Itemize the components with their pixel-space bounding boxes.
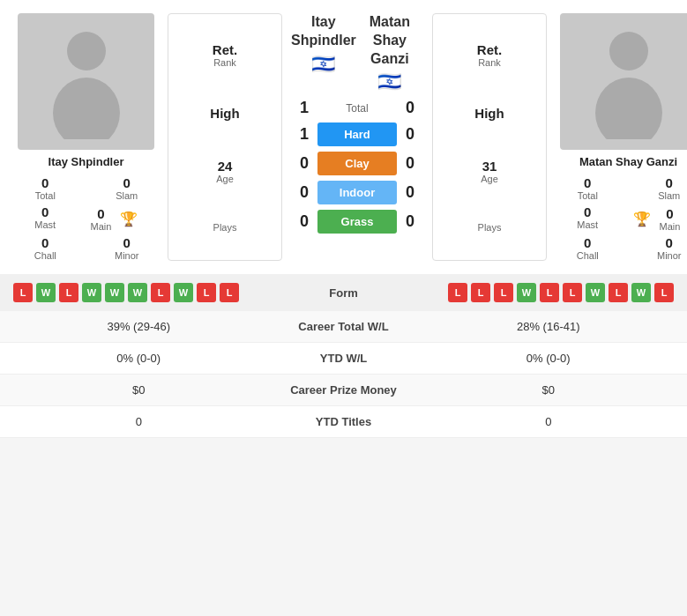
hard-row: 1 Hard 0 — [291, 122, 423, 146]
stats-left-value: 39% (29-46) — [13, 320, 265, 333]
player2-age-item: 31 Age — [481, 159, 498, 184]
player1-slam-value: 0 — [123, 175, 131, 190]
clay-score-p2: 0 — [397, 154, 423, 173]
stats-right-value: $0 — [423, 383, 675, 397]
player2-chall-value: 0 — [584, 235, 591, 250]
player2-form-badge: L — [448, 283, 467, 302]
player2-middle-panel: Ret. Rank High 31 Age Plays — [432, 13, 547, 261]
player1-high-value: High — [210, 106, 239, 121]
player2-center-name-text: Matan Shay Ganzi — [356, 13, 423, 68]
player1-main-value: 0 — [97, 206, 104, 221]
player2-silhouette — [585, 25, 673, 139]
stats-center-label: Career Prize Money — [265, 383, 423, 397]
stats-right-value: 28% (16-41) — [423, 320, 675, 333]
stats-center-label: YTD W/L — [265, 352, 423, 365]
svg-point-0 — [67, 32, 106, 71]
player1-center-name-text: Itay Shpindler — [291, 13, 356, 50]
player2-form-badge: W — [631, 283, 651, 302]
player2-total-value: 0 — [584, 175, 591, 190]
player2-main-label: Main — [660, 221, 681, 232]
player2-rank-label: Rank — [478, 57, 501, 68]
player1-high-item: High — [210, 106, 239, 121]
stats-left-value: $0 — [13, 383, 265, 397]
player1-silhouette — [42, 25, 131, 139]
grass-button[interactable]: Grass — [317, 210, 397, 234]
clay-row: 0 Clay 0 — [291, 152, 423, 175]
player1-minor-label: Minor — [115, 250, 139, 261]
player2-form-badge: W — [586, 283, 605, 302]
indoor-row: 0 Indoor 0 — [291, 181, 423, 204]
hard-score-p2: 0 — [397, 125, 423, 144]
stats-center-label: Career Total W/L — [265, 320, 423, 333]
player2-center-flag: 🇮🇱 — [356, 71, 423, 93]
player1-center-name: Itay Shpindler 🇮🇱 — [291, 13, 356, 76]
player2-trophy-row: 🏆 0 Main — [633, 206, 688, 232]
player1-minor-stat: 0 Minor — [91, 235, 164, 261]
indoor-button[interactable]: Indoor — [317, 181, 397, 204]
player1-age-value: 24 — [218, 159, 233, 174]
form-section: LWLWWWLWLL Form LLLWLLWLWL — [0, 274, 687, 311]
stats-right-value: 0% (0-0) — [423, 352, 675, 365]
hard-button[interactable]: Hard — [317, 122, 397, 146]
player1-form-badge: W — [105, 283, 124, 302]
stats-center-label: YTD Titles — [265, 415, 423, 428]
player1-age-item: 24 Age — [216, 159, 234, 184]
player1-form-badge: L — [13, 283, 33, 302]
player2-plays-label: Plays — [478, 222, 502, 233]
player2-form-badge: L — [471, 283, 490, 302]
player1-minor-value: 0 — [123, 235, 131, 250]
indoor-score-p2: 0 — [397, 183, 423, 202]
player1-main-stat: 0 Main — [91, 206, 112, 232]
total-score-p1: 1 — [291, 99, 317, 117]
player1-form-badge: L — [151, 283, 170, 302]
player2-form: LLLWLLWLWL — [401, 283, 675, 302]
total-score-p2: 0 — [397, 99, 423, 117]
player1-chall-stat: 0 Chall — [9, 235, 82, 261]
player1-main-label: Main — [91, 221, 112, 232]
player2-high-value: High — [474, 106, 504, 121]
player1-total-value: 0 — [41, 175, 49, 190]
svg-point-3 — [595, 78, 662, 139]
svg-point-1 — [53, 78, 120, 139]
player2-stats-grid: 0 Total 0 Slam 0 Mast 🏆 0 Main — [551, 175, 687, 261]
stats-row: 0YTD Titles0 — [0, 406, 687, 438]
grass-score-p1: 0 — [291, 212, 317, 231]
player2-form-badge: L — [654, 283, 674, 302]
form-label: Form — [287, 286, 401, 300]
player2-total-stat: 0 Total — [551, 175, 624, 201]
player1-form-badge: W — [128, 283, 147, 302]
clay-button[interactable]: Clay — [317, 152, 397, 175]
player1-age-label: Age — [216, 174, 234, 184]
player2-avatar — [560, 13, 687, 150]
player2-total-label: Total — [578, 190, 598, 201]
player1-stats-grid: 0 Total 0 Slam 0 Mast 0 Main 🏆 — [9, 175, 163, 261]
player1-plays-item: Plays — [213, 222, 237, 233]
player1-form-badge: W — [174, 283, 193, 302]
player1-rank-label: Rank — [213, 57, 236, 68]
player2-minor-label: Minor — [657, 250, 682, 261]
clay-score-p1: 0 — [291, 154, 317, 173]
player2-trophy-icon: 🏆 — [633, 211, 651, 227]
player1-center-flag: 🇮🇱 — [291, 53, 356, 76]
player1-trophy-row: 0 Main 🏆 — [91, 206, 164, 232]
center-area: Itay Shpindler 🇮🇱 Matan Shay Ganzi 🇮🇱 1 … — [287, 13, 428, 261]
player1-slam-label: Slam — [116, 190, 138, 201]
player2-age-label: Age — [481, 174, 498, 184]
player2-main-value: 0 — [666, 206, 673, 221]
player2-chall-stat: 0 Chall — [551, 235, 624, 261]
player1-form-badge: L — [197, 283, 216, 302]
stats-left-value: 0% (0-0) — [13, 352, 265, 365]
total-label: Total — [317, 102, 397, 115]
player1-avatar — [18, 13, 154, 150]
player2-center-name: Matan Shay Ganzi 🇮🇱 — [356, 13, 423, 93]
player1-rank-value: Ret. — [213, 42, 237, 57]
player1-middle-panel: Ret. Rank High 24 Age Plays — [168, 13, 282, 261]
player1-name: Itay Shpindler — [49, 155, 124, 168]
player2-form-badge: W — [517, 283, 536, 302]
player1-slam-stat: 0 Slam — [91, 175, 164, 201]
svg-point-2 — [609, 32, 648, 71]
player1-form-badge: W — [36, 283, 56, 302]
hard-score-p1: 1 — [291, 125, 317, 144]
player2-slam-value: 0 — [666, 175, 673, 190]
player1-form-badge: L — [59, 283, 78, 302]
